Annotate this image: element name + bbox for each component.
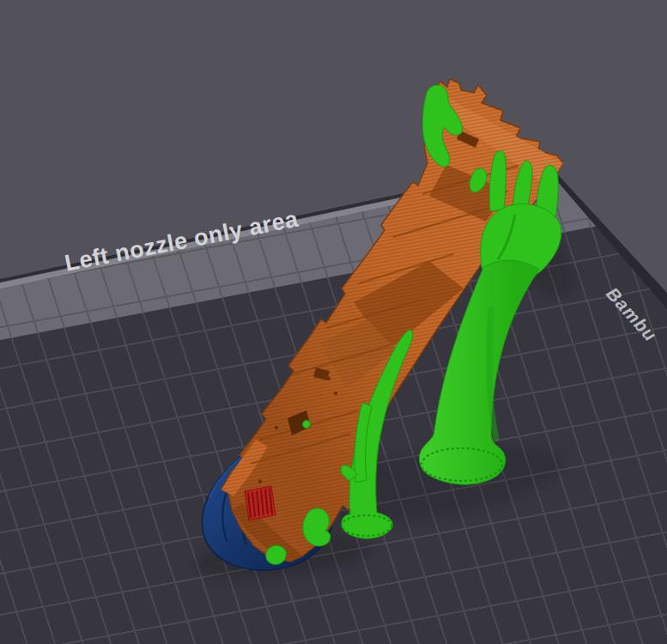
support-foot-blob [303,508,330,546]
scene-objects [0,0,667,644]
support-dot [303,421,311,428]
support-foot-blob [266,545,287,564]
slicer-3d-viewport[interactable]: Left nozzle only area Bambu [0,0,667,644]
